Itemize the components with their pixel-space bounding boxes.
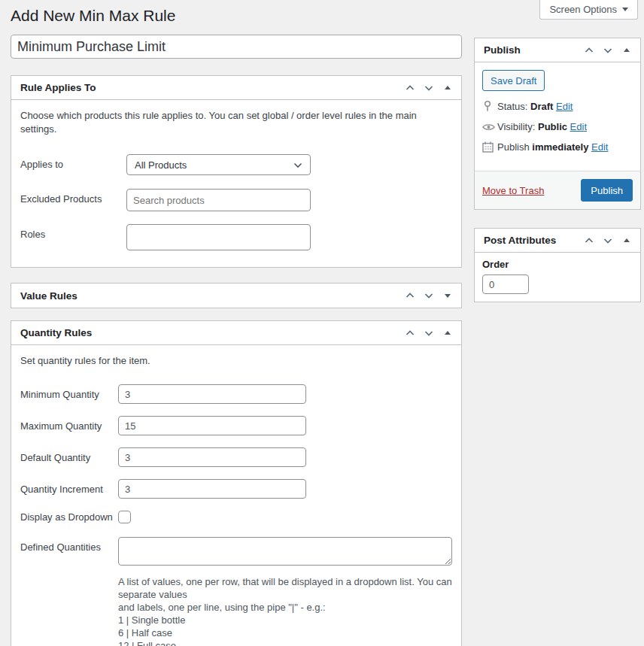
rule-applies-to-description: Choose which products this rule applies … — [20, 109, 452, 136]
eye-icon — [482, 123, 497, 132]
publish-header[interactable]: Publish — [475, 38, 640, 62]
save-draft-button[interactable]: Save Draft — [482, 70, 545, 91]
quantity-rules-title: Quantity Rules — [20, 327, 92, 338]
move-up-icon[interactable] — [400, 78, 419, 97]
publish-footer: Move to Trash Publish — [475, 171, 640, 209]
edit-columns: Rule Applies To Choose which products th… — [11, 29, 644, 646]
defined-quantities-row: Defined Quantities — [20, 537, 452, 566]
display-as-dropdown-checkbox[interactable] — [118, 511, 131, 523]
quantity-rules-panel: Quantity Rules Set quantity rules for th… — [11, 320, 462, 646]
publish-button[interactable]: Publish — [581, 179, 633, 202]
value-rules-title: Value Rules — [20, 290, 77, 302]
default-quantity-row: Default Quantity — [20, 447, 452, 467]
applies-to-row: Applies to All Products — [20, 154, 452, 175]
main-column: Rule Applies To Choose which products th… — [11, 29, 462, 646]
side-column: Publish Save Draft — [474, 29, 641, 302]
collapse-toggle-icon[interactable] — [438, 323, 457, 342]
help-line: A list of values, one per row, that will… — [118, 575, 452, 601]
publish-title: Publish — [484, 44, 521, 56]
move-up-icon[interactable] — [579, 231, 598, 250]
status-value: Draft — [530, 101, 553, 112]
pin-icon — [482, 100, 497, 112]
screen-options-button[interactable]: Screen Options — [539, 0, 638, 20]
collapse-toggle-icon[interactable] — [438, 78, 457, 97]
move-up-icon[interactable] — [579, 41, 598, 59]
excluded-products-input[interactable] — [126, 189, 311, 211]
order-label: Order — [482, 259, 633, 270]
defined-quantities-textarea[interactable] — [118, 537, 452, 566]
post-attributes-header[interactable]: Post Attributes — [475, 229, 640, 253]
order-input[interactable] — [482, 274, 529, 294]
display-as-dropdown-label: Display as Dropdown — [20, 511, 118, 523]
post-attributes-title: Post Attributes — [484, 235, 556, 246]
schedule-edit-link[interactable]: Edit — [591, 141, 608, 153]
visibility-value: Public — [538, 121, 567, 132]
applies-to-select[interactable]: All Products — [126, 154, 311, 175]
quantity-rules-description: Set quantity rules for the item. — [20, 354, 452, 368]
quantity-rules-header[interactable]: Quantity Rules — [11, 321, 461, 345]
quantity-increment-label: Quantity Increment — [20, 479, 118, 495]
post-attributes-handle-actions — [579, 231, 636, 250]
status-row: Status: Draft Edit — [482, 100, 633, 112]
excluded-products-label: Excluded Products — [20, 189, 126, 205]
minimum-quantity-input[interactable] — [118, 384, 306, 404]
visibility-edit-link[interactable]: Edit — [570, 121, 587, 132]
quantity-increment-input[interactable] — [118, 479, 306, 499]
minimum-quantity-label: Minimum Quantity — [20, 384, 118, 400]
applies-to-selected-value: All Products — [135, 159, 187, 171]
rule-applies-to-handle-actions — [400, 78, 457, 97]
status-label: Status: — [497, 101, 527, 112]
schedule-label: Publish — [497, 141, 530, 153]
admin-wrap: Add New Min Max Rule Rule Applies To — [0, 0, 644, 646]
collapse-toggle-icon[interactable] — [617, 41, 636, 59]
quantity-rules-handle-actions — [400, 323, 457, 342]
value-rules-panel: Value Rules — [11, 283, 462, 308]
maximum-quantity-label: Maximum Quantity — [20, 416, 118, 432]
move-up-icon[interactable] — [400, 323, 419, 342]
rule-applies-to-panel: Rule Applies To Choose which products th… — [11, 75, 462, 268]
publish-handle-actions — [579, 41, 636, 59]
move-down-icon[interactable] — [598, 231, 617, 250]
excluded-products-row: Excluded Products — [20, 189, 452, 211]
minimum-quantity-row: Minimum Quantity — [20, 384, 452, 404]
defined-quantities-label: Defined Quantities — [20, 537, 118, 553]
move-down-icon[interactable] — [419, 78, 438, 97]
maximum-quantity-input[interactable] — [118, 416, 306, 435]
schedule-row: Publish immediately Edit — [482, 141, 633, 153]
rule-applies-to-header[interactable]: Rule Applies To — [11, 76, 461, 100]
move-up-icon[interactable] — [400, 287, 419, 305]
defined-quantities-help: A list of values, one per row, that will… — [118, 575, 452, 646]
status-edit-link[interactable]: Edit — [556, 101, 573, 112]
value-rules-handle-actions — [400, 287, 457, 305]
publish-panel: Publish Save Draft — [474, 38, 641, 210]
collapse-toggle-icon[interactable] — [438, 287, 457, 305]
help-line: 6 | Half case — [118, 626, 452, 639]
rule-applies-to-title: Rule Applies To — [20, 82, 96, 93]
move-down-icon[interactable] — [419, 323, 438, 342]
help-line: and labels, one per line, using the pipe… — [118, 601, 452, 614]
roles-input[interactable] — [126, 224, 311, 250]
visibility-row: Visibility: Public Edit — [482, 121, 633, 132]
quantity-increment-row: Quantity Increment — [20, 479, 452, 499]
screen-options-arrow-icon — [622, 8, 628, 11]
rule-applies-to-body: Choose which products this rule applies … — [11, 100, 461, 267]
publish-body: Save Draft Status: Draft Edit — [475, 62, 640, 160]
roles-row: Roles — [20, 224, 452, 250]
applies-to-label: Applies to — [20, 154, 126, 170]
maximum-quantity-row: Maximum Quantity — [20, 416, 452, 435]
post-attributes-panel: Post Attributes Order — [474, 228, 641, 302]
move-to-trash-link[interactable]: Move to Trash — [482, 185, 544, 196]
roles-label: Roles — [20, 224, 126, 240]
help-line: 1 | Single bottle — [118, 614, 452, 626]
visibility-label: Visibility: — [497, 121, 535, 132]
move-down-icon[interactable] — [598, 41, 617, 59]
value-rules-header[interactable]: Value Rules — [11, 284, 461, 308]
post-title-input[interactable] — [11, 35, 462, 59]
help-line: 12 | Full case — [118, 639, 452, 646]
move-down-icon[interactable] — [419, 287, 438, 305]
schedule-value: immediately — [532, 141, 588, 153]
collapse-toggle-icon[interactable] — [617, 231, 636, 250]
default-quantity-input[interactable] — [118, 447, 306, 467]
chevron-down-icon — [293, 159, 302, 171]
display-as-dropdown-row: Display as Dropdown — [20, 511, 452, 523]
